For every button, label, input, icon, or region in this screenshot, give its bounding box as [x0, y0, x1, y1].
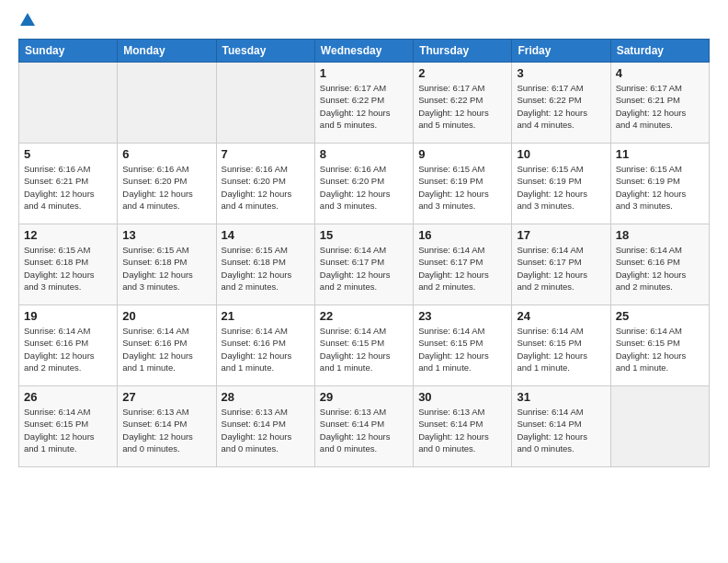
calendar-cell: 14Sunrise: 6:15 AM Sunset: 6:18 PM Dayli… [216, 224, 314, 305]
day-number: 21 [222, 309, 310, 323]
day-info: Sunrise: 6:17 AM Sunset: 6:22 PM Dayligh… [418, 82, 506, 131]
day-number: 29 [320, 390, 408, 404]
day-info: Sunrise: 6:15 AM Sunset: 6:19 PM Dayligh… [418, 163, 506, 212]
day-number: 15 [320, 228, 408, 242]
day-number: 13 [122, 228, 210, 242]
weekday-header-tuesday: Tuesday [216, 40, 314, 63]
calendar-table: SundayMondayTuesdayWednesdayThursdayFrid… [18, 39, 710, 467]
weekday-header-monday: Monday [118, 40, 216, 63]
calendar-cell [118, 63, 216, 144]
calendar-cell: 31Sunrise: 6:14 AM Sunset: 6:14 PM Dayli… [512, 386, 610, 467]
header [18, 15, 710, 28]
calendar-cell: 1Sunrise: 6:17 AM Sunset: 6:22 PM Daylig… [314, 63, 413, 144]
calendar-cell: 2Sunrise: 6:17 AM Sunset: 6:22 PM Daylig… [414, 63, 512, 144]
day-info: Sunrise: 6:14 AM Sunset: 6:16 PM Dayligh… [122, 325, 210, 373]
calendar-cell: 11Sunrise: 6:15 AM Sunset: 6:19 PM Dayli… [610, 144, 709, 224]
calendar-cell: 5Sunrise: 6:16 AM Sunset: 6:21 PM Daylig… [19, 144, 118, 224]
day-number: 4 [616, 66, 704, 80]
logo-icon [20, 13, 35, 26]
day-number: 9 [418, 147, 506, 161]
day-info: Sunrise: 6:17 AM Sunset: 6:21 PM Dayligh… [616, 82, 704, 131]
day-info: Sunrise: 6:16 AM Sunset: 6:20 PM Dayligh… [222, 163, 310, 212]
day-number: 26 [24, 390, 112, 404]
day-info: Sunrise: 6:14 AM Sunset: 6:17 PM Dayligh… [418, 244, 506, 293]
day-info: Sunrise: 6:14 AM Sunset: 6:16 PM Dayligh… [616, 244, 704, 293]
calendar-cell: 13Sunrise: 6:15 AM Sunset: 6:18 PM Dayli… [118, 224, 216, 305]
day-info: Sunrise: 6:15 AM Sunset: 6:19 PM Dayligh… [517, 163, 605, 212]
day-number: 23 [418, 309, 506, 323]
day-info: Sunrise: 6:14 AM Sunset: 6:17 PM Dayligh… [320, 244, 408, 293]
day-info: Sunrise: 6:15 AM Sunset: 6:18 PM Dayligh… [24, 244, 112, 293]
day-info: Sunrise: 6:14 AM Sunset: 6:15 PM Dayligh… [320, 325, 408, 373]
day-info: Sunrise: 6:15 AM Sunset: 6:18 PM Dayligh… [122, 244, 210, 293]
calendar-cell: 18Sunrise: 6:14 AM Sunset: 6:16 PM Dayli… [610, 224, 709, 305]
weekday-header-friday: Friday [512, 40, 610, 63]
day-number: 10 [517, 147, 605, 161]
day-number: 20 [122, 309, 210, 323]
day-info: Sunrise: 6:13 AM Sunset: 6:14 PM Dayligh… [222, 406, 310, 454]
weekday-header-wednesday: Wednesday [314, 40, 413, 63]
day-number: 8 [320, 147, 408, 161]
calendar-cell: 6Sunrise: 6:16 AM Sunset: 6:20 PM Daylig… [118, 144, 216, 224]
calendar-cell: 29Sunrise: 6:13 AM Sunset: 6:14 PM Dayli… [314, 386, 413, 467]
day-info: Sunrise: 6:14 AM Sunset: 6:15 PM Dayligh… [517, 325, 605, 373]
calendar-cell: 8Sunrise: 6:16 AM Sunset: 6:20 PM Daylig… [314, 144, 413, 224]
calendar-cell: 12Sunrise: 6:15 AM Sunset: 6:18 PM Dayli… [19, 224, 118, 305]
calendar-body: 1Sunrise: 6:17 AM Sunset: 6:22 PM Daylig… [19, 63, 710, 467]
day-info: Sunrise: 6:13 AM Sunset: 6:14 PM Dayligh… [122, 406, 210, 454]
calendar-cell [610, 386, 709, 467]
day-number: 14 [222, 228, 310, 242]
day-info: Sunrise: 6:13 AM Sunset: 6:14 PM Dayligh… [320, 406, 408, 454]
calendar-week-row: 12Sunrise: 6:15 AM Sunset: 6:18 PM Dayli… [19, 224, 710, 305]
day-number: 30 [418, 390, 506, 404]
day-info: Sunrise: 6:14 AM Sunset: 6:17 PM Dayligh… [517, 244, 605, 293]
weekday-header-thursday: Thursday [414, 40, 512, 63]
day-info: Sunrise: 6:14 AM Sunset: 6:16 PM Dayligh… [24, 325, 112, 373]
day-number: 2 [418, 66, 506, 80]
weekday-header-sunday: Sunday [19, 40, 118, 63]
weekday-header-row: SundayMondayTuesdayWednesdayThursdayFrid… [19, 40, 710, 63]
day-number: 7 [222, 147, 310, 161]
day-number: 5 [24, 147, 112, 161]
calendar-cell: 16Sunrise: 6:14 AM Sunset: 6:17 PM Dayli… [414, 224, 512, 305]
day-info: Sunrise: 6:16 AM Sunset: 6:20 PM Dayligh… [122, 163, 210, 212]
day-number: 25 [616, 309, 704, 323]
day-number: 17 [517, 228, 605, 242]
day-number: 31 [517, 390, 605, 404]
day-number: 6 [122, 147, 210, 161]
day-info: Sunrise: 6:15 AM Sunset: 6:19 PM Dayligh… [616, 163, 704, 212]
calendar-cell [216, 63, 314, 144]
calendar-cell: 27Sunrise: 6:13 AM Sunset: 6:14 PM Dayli… [118, 386, 216, 467]
day-number: 24 [517, 309, 605, 323]
day-info: Sunrise: 6:14 AM Sunset: 6:16 PM Dayligh… [222, 325, 310, 373]
page: SundayMondayTuesdayWednesdayThursdayFrid… [0, 0, 728, 563]
calendar-cell: 10Sunrise: 6:15 AM Sunset: 6:19 PM Dayli… [512, 144, 610, 224]
day-number: 28 [222, 390, 310, 404]
calendar-cell: 7Sunrise: 6:16 AM Sunset: 6:20 PM Daylig… [216, 144, 314, 224]
calendar-week-row: 26Sunrise: 6:14 AM Sunset: 6:15 PM Dayli… [19, 386, 710, 467]
day-info: Sunrise: 6:16 AM Sunset: 6:20 PM Dayligh… [320, 163, 408, 212]
day-number: 16 [418, 228, 506, 242]
calendar-cell: 19Sunrise: 6:14 AM Sunset: 6:16 PM Dayli… [19, 305, 118, 386]
day-info: Sunrise: 6:14 AM Sunset: 6:14 PM Dayligh… [517, 406, 605, 454]
day-info: Sunrise: 6:14 AM Sunset: 6:15 PM Dayligh… [616, 325, 704, 373]
calendar-cell: 20Sunrise: 6:14 AM Sunset: 6:16 PM Dayli… [118, 305, 216, 386]
calendar-cell: 28Sunrise: 6:13 AM Sunset: 6:14 PM Dayli… [216, 386, 314, 467]
day-info: Sunrise: 6:17 AM Sunset: 6:22 PM Dayligh… [517, 82, 605, 131]
day-info: Sunrise: 6:14 AM Sunset: 6:15 PM Dayligh… [24, 406, 112, 454]
day-number: 19 [24, 309, 112, 323]
day-number: 11 [616, 147, 704, 161]
day-info: Sunrise: 6:16 AM Sunset: 6:21 PM Dayligh… [24, 163, 112, 212]
calendar-cell: 17Sunrise: 6:14 AM Sunset: 6:17 PM Dayli… [512, 224, 610, 305]
day-info: Sunrise: 6:15 AM Sunset: 6:18 PM Dayligh… [222, 244, 310, 293]
weekday-header-saturday: Saturday [610, 40, 709, 63]
day-number: 1 [320, 66, 408, 80]
calendar-cell: 25Sunrise: 6:14 AM Sunset: 6:15 PM Dayli… [610, 305, 709, 386]
day-number: 12 [24, 228, 112, 242]
day-info: Sunrise: 6:13 AM Sunset: 6:14 PM Dayligh… [418, 406, 506, 454]
calendar-cell: 4Sunrise: 6:17 AM Sunset: 6:21 PM Daylig… [610, 63, 709, 144]
day-number: 18 [616, 228, 704, 242]
day-number: 27 [122, 390, 210, 404]
day-number: 22 [320, 309, 408, 323]
calendar-cell: 26Sunrise: 6:14 AM Sunset: 6:15 PM Dayli… [19, 386, 118, 467]
